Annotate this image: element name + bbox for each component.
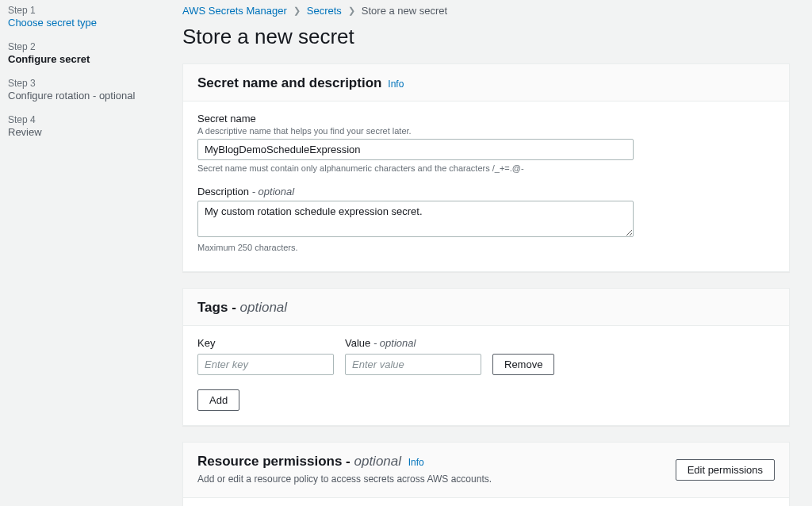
secret-name-input[interactable]: [197, 139, 634, 160]
secret-name-constraint: Secret name must contain only alphanumer…: [197, 163, 775, 173]
chevron-right-icon: ❯: [348, 6, 355, 16]
step-3: Step 3 Configure rotation - optional: [8, 78, 174, 103]
step-4: Step 4 Review: [8, 114, 174, 140]
resource-permissions-heading: Resource permissions - optional: [197, 454, 405, 469]
wizard-steps-nav: Step 1 Choose secret type Step 2 Configu…: [0, 0, 174, 506]
info-link[interactable]: Info: [408, 457, 424, 468]
step-1[interactable]: Step 1 Choose secret type: [8, 5, 174, 30]
breadcrumb-current: Store a new secret: [362, 5, 447, 17]
tag-value-label: Value - optional: [345, 337, 481, 349]
secret-name-heading: Secret name and description: [197, 75, 381, 90]
tag-row: Key Value - optional Remove: [197, 337, 775, 375]
tag-key-label: Key: [197, 337, 334, 349]
tag-key-input[interactable]: [197, 354, 334, 375]
resource-permissions-desc: Add or edit a resource policy to access …: [197, 473, 676, 486]
breadcrumb: AWS Secrets Manager ❯ Secrets ❯ Store a …: [182, 5, 790, 17]
tags-panel: Tags - optional Key Value - optional: [182, 288, 790, 426]
breadcrumb-secrets[interactable]: Secrets: [307, 5, 342, 17]
edit-permissions-button[interactable]: Edit permissions: [676, 459, 775, 481]
info-link[interactable]: Info: [388, 79, 404, 90]
add-tag-button[interactable]: Add: [197, 389, 239, 411]
chevron-right-icon: ❯: [293, 6, 301, 16]
description-input[interactable]: [197, 201, 634, 237]
remove-tag-button[interactable]: Remove: [492, 354, 554, 375]
page-title: Store a new secret: [182, 25, 790, 49]
breadcrumb-service[interactable]: AWS Secrets Manager: [182, 5, 287, 17]
step-2: Step 2 Configure secret: [8, 41, 174, 67]
secret-name-panel: Secret name and description Info Secret …: [182, 63, 790, 272]
description-label: Description - optional: [197, 186, 775, 197]
secret-name-help: A descriptive name that helps you find y…: [197, 126, 775, 136]
description-constraint: Maximum 250 characters.: [197, 243, 775, 252]
secret-name-label: Secret name: [197, 113, 775, 125]
tags-heading: Tags - optional: [197, 300, 287, 315]
tag-value-input[interactable]: [345, 354, 481, 375]
resource-permissions-panel: Resource permissions - optional Info Add…: [182, 442, 790, 506]
